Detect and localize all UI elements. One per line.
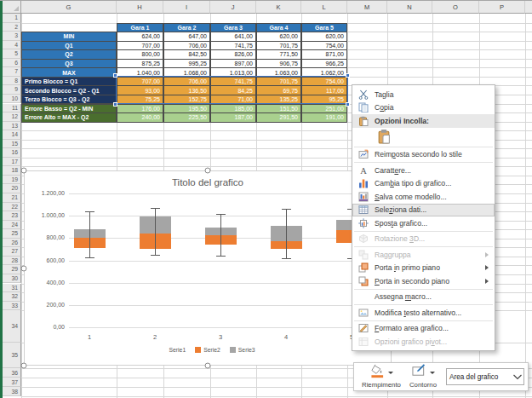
menu-item-reimposta-secondo-lo-stile[interactable]: Reimposta secondo lo stile [352, 148, 495, 162]
x-axis-label-4[interactable]: 4 [277, 333, 295, 341]
row-header-20[interactable]: 20 [3, 184, 21, 193]
menu-item-seleziona-dati[interactable]: Seleziona dati... [352, 204, 495, 217]
range-resize-handle[interactable] [346, 73, 350, 78]
menu-item-assegna-macro[interactable]: Assegna macro... [352, 291, 495, 304]
row-header-19[interactable]: 19 [3, 176, 21, 185]
y-axis-tick-label[interactable]: 800,00 [26, 234, 65, 240]
fill-button[interactable]: Riempimento [362, 366, 401, 389]
row-header-27[interactable]: 27 [3, 247, 21, 257]
row-header-22[interactable]: 22 [3, 203, 21, 212]
menu-item-carattere[interactable]: ACarattere... [352, 164, 495, 177]
outline-button[interactable]: Contorno [409, 366, 437, 389]
y-axis-tick-label[interactable]: 1.200,00 [26, 190, 65, 196]
legend-item-serie2[interactable]: Serie2 [195, 347, 220, 353]
column-header-I[interactable]: I [163, 1, 210, 14]
cell-K12[interactable]: 291,50 [256, 112, 301, 123]
row-header-32[interactable]: 32 [3, 292, 21, 302]
y-axis-tick-label[interactable]: 200,00 [26, 302, 65, 308]
row-header-9[interactable]: 9 [3, 85, 21, 95]
menu-item-copia[interactable]: Copia [352, 101, 495, 115]
column-header-N[interactable]: N [387, 1, 432, 14]
x-axis-label-3[interactable]: 3 [212, 333, 229, 341]
row-header-28[interactable]: 28 [3, 257, 21, 266]
cell-L12[interactable]: 191,00 [301, 112, 347, 123]
x-axis-label-1[interactable]: 1 [81, 333, 98, 341]
row-header-24[interactable]: 24 [3, 221, 21, 230]
column-header-H[interactable]: H [117, 1, 163, 14]
row-header-15[interactable]: 15 [3, 140, 21, 149]
y-axis-tick-label[interactable]: 0,00 [26, 324, 65, 330]
row-header-25[interactable]: 25 [3, 229, 21, 239]
menu-item-porta-in-primo-piano[interactable]: Porta in primo piano [352, 262, 495, 275]
cell-I12[interactable]: 225,50 [163, 112, 210, 123]
row-header-10[interactable]: 10 [3, 95, 21, 104]
range-resize-handle[interactable] [346, 102, 350, 107]
row-header-26[interactable]: 26 [3, 239, 21, 248]
menu-item-modifica-testo-alternativo[interactable]: Modifica testo alternativo... [352, 306, 495, 320]
cell-H12[interactable]: 240,00 [117, 112, 163, 123]
chart-legend[interactable]: Serie1Serie2Serie3 [25, 347, 391, 353]
row-header-16[interactable]: 16 [3, 148, 21, 158]
row-header-2[interactable]: 2 [3, 23, 21, 32]
chart-area[interactable]: Titolo del grafico0,00200,00400,00600,00… [24, 170, 392, 366]
row-header-5[interactable]: 5 [3, 49, 21, 59]
chart-resize-handle[interactable] [21, 168, 27, 174]
row-header-31[interactable]: 31 [3, 284, 21, 293]
outline-dropdown-caret[interactable] [430, 372, 435, 374]
row-header-35[interactable]: 35 [3, 343, 21, 368]
menu-item-sposta-grafico[interactable]: Sposta grafico... [352, 216, 495, 230]
cell-J12[interactable]: 187,00 [210, 112, 256, 123]
row-header-33[interactable]: 33 [3, 302, 21, 311]
chart-resize-handle[interactable] [21, 363, 27, 369]
row-header-37[interactable]: 37 [3, 378, 21, 387]
error-bar-cat1[interactable] [89, 211, 90, 257]
y-axis-tick-label[interactable]: 600,00 [26, 257, 65, 263]
row-header-4[interactable]: 4 [3, 41, 21, 50]
column-header-J[interactable]: J [210, 1, 256, 14]
row-header-13[interactable]: 13 [3, 122, 21, 131]
select-all-corner[interactable] [3, 1, 21, 14]
column-header-O[interactable]: O [432, 1, 479, 14]
column-header-L[interactable]: L [301, 1, 347, 14]
menu-item-salva-come-modello[interactable]: Salva come modello... [352, 190, 495, 204]
row-header-18[interactable]: 18 [3, 166, 21, 176]
range-resize-handle[interactable] [113, 102, 117, 107]
column-header-partial[interactable] [525, 1, 532, 14]
row-header-7[interactable]: 7 [3, 67, 21, 77]
column-header-K[interactable]: K [256, 1, 301, 14]
row-header-17[interactable]: 17 [3, 158, 21, 167]
chart-resize-handle[interactable] [21, 265, 27, 271]
row-header-12[interactable]: 12 [3, 112, 21, 122]
column-header-M[interactable]: M [347, 1, 387, 14]
row-header-23[interactable]: 23 [3, 211, 21, 221]
row-header-30[interactable]: 30 [3, 274, 21, 284]
chart-resize-handle[interactable] [205, 363, 211, 369]
menu-paste-keep-formatting[interactable] [352, 128, 495, 146]
fill-dropdown-caret[interactable] [388, 372, 393, 374]
chart-element-selector[interactable]: Area del grafico [446, 368, 524, 385]
row-header-11[interactable]: 11 [3, 104, 21, 113]
menu-item-porta-in-secondo-piano[interactable]: Porta in secondo piano [352, 274, 495, 288]
row-header-34[interactable]: 34 [3, 310, 21, 343]
row-header-21[interactable]: 21 [3, 193, 21, 203]
chart-resize-handle[interactable] [205, 168, 211, 174]
error-bar-cat4[interactable] [286, 209, 287, 258]
legend-item-serie3[interactable]: Serie3 [230, 347, 255, 353]
row-header-8[interactable]: 8 [3, 77, 21, 86]
y-axis-tick-label[interactable]: 400,00 [26, 280, 65, 286]
error-bar-cat3[interactable] [220, 214, 221, 256]
row-header-36[interactable]: 36 [3, 368, 21, 378]
row-header-1[interactable]: 1 [3, 14, 21, 23]
legend-item-serie1[interactable]: Serie1 [161, 347, 186, 353]
menu-item-taglia[interactable]: Taglia [352, 88, 495, 101]
cell-G12[interactable]: Errore Alto = MAX - Q2 [21, 112, 117, 123]
chart-title[interactable]: Titolo del grafico [25, 177, 391, 187]
menu-item-cambia-tipo-di-grafico[interactable]: Cambia tipo di grafico... [352, 177, 495, 191]
row-header-14[interactable]: 14 [3, 130, 21, 140]
row-header-3[interactable]: 3 [3, 32, 21, 41]
y-axis-tick-label[interactable]: 1.000,00 [26, 212, 65, 218]
row-header-38[interactable]: 38 [3, 387, 21, 396]
column-header-P[interactable]: P [479, 1, 525, 14]
error-bar-cat2[interactable] [155, 208, 156, 255]
menu-item-formato-area-grafico[interactable]: Formato area grafico... [352, 322, 495, 336]
